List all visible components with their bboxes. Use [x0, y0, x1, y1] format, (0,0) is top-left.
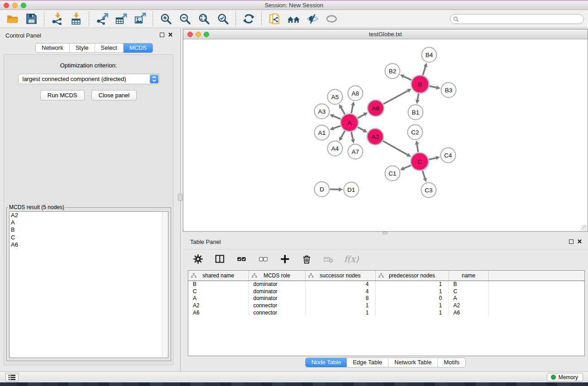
cell-predecessor-nodes[interactable]: 1 — [375, 302, 449, 309]
column-header-shared-name[interactable]: shared name — [188, 271, 249, 281]
select-all-button[interactable] — [235, 253, 247, 265]
cell-name[interactable]: A — [449, 295, 488, 302]
graph-node-C4[interactable]: C4 — [441, 148, 456, 163]
cell-shared-name[interactable]: A6 — [188, 309, 249, 316]
resize-grip-icon[interactable] — [581, 225, 587, 231]
graph-edge-A-A4[interactable] — [339, 131, 345, 141]
result-item[interactable]: A2 — [10, 212, 168, 219]
graph-edge-A-A3[interactable] — [330, 114, 340, 119]
cell-mcds-role[interactable]: connector — [249, 302, 305, 309]
graph-node-D1[interactable]: D1 — [344, 182, 359, 197]
graph-edge-C-C4[interactable] — [429, 156, 440, 160]
graph-edge-C-C3[interactable] — [422, 171, 427, 182]
column-header-successor-nodes[interactable]: successor nodes — [305, 271, 375, 281]
graph-node-D[interactable]: D — [315, 182, 330, 197]
graph-node-A4[interactable]: A4 — [328, 141, 343, 156]
graph-edge-A-A1[interactable] — [330, 126, 340, 130]
graph-edge-B-B4[interactable] — [423, 63, 427, 75]
graph-edge-A-A8[interactable] — [351, 101, 355, 113]
graph-node-C3[interactable]: C3 — [421, 183, 436, 198]
birdseye-view-button[interactable] — [323, 11, 339, 27]
cell-mcds-role[interactable]: dominator — [249, 295, 305, 302]
graph-node-C2[interactable]: C2 — [408, 125, 423, 140]
cell-shared-name[interactable]: A — [188, 295, 249, 302]
graph-edge-C-C2[interactable] — [415, 140, 419, 152]
graph-edge-D-D1[interactable] — [330, 187, 343, 191]
close-panel-icon[interactable] — [168, 32, 173, 37]
cell-mcds-role[interactable]: dominator — [249, 281, 305, 288]
zoom-selected-button[interactable] — [215, 11, 231, 27]
graph-edge-B-B1[interactable] — [416, 94, 420, 104]
graph-edge-A6-B[interactable] — [383, 89, 411, 104]
graph-node-C1[interactable]: C1 — [385, 166, 400, 181]
tab-network-table[interactable]: Network Table — [388, 358, 438, 367]
table-row[interactable]: Cdominator41C — [188, 288, 584, 295]
table-row[interactable]: A2connector11A2 — [188, 302, 584, 309]
home-layout-button[interactable] — [285, 11, 301, 27]
table-row[interactable]: A6connector11A6 — [188, 309, 584, 316]
add-column-button[interactable] — [279, 253, 291, 265]
cell-successor-nodes[interactable]: 4 — [305, 281, 375, 288]
graph-node-B[interactable]: B — [411, 76, 429, 93]
graph-edge-C-C1[interactable] — [400, 165, 411, 170]
table-settings-button[interactable] — [192, 253, 204, 265]
graph-node-B2[interactable]: B2 — [385, 64, 400, 79]
cell-mcds-role[interactable]: connector — [249, 309, 305, 316]
hide-graphics-button[interactable] — [304, 11, 320, 27]
zoom-fit-button[interactable] — [196, 11, 212, 27]
cell-predecessor-nodes[interactable]: 0 — [375, 295, 449, 302]
graph-edge-A-A5[interactable] — [339, 104, 345, 114]
cell-predecessor-nodes[interactable]: 1 — [375, 309, 449, 316]
close-table-panel-icon[interactable] — [577, 239, 582, 244]
cell-shared-name[interactable]: A2 — [188, 302, 249, 309]
cell-shared-name[interactable]: C — [188, 288, 249, 295]
open-session-button[interactable] — [4, 11, 20, 27]
column-header-predecessor-nodes[interactable]: predecessor nodes — [375, 271, 449, 281]
run-mcds-button[interactable]: Run MCDS — [40, 90, 85, 100]
graph-node-A7[interactable]: A7 — [348, 144, 363, 159]
result-scrollbar[interactable] — [162, 212, 167, 357]
zoom-in-button[interactable] — [158, 11, 174, 27]
criterion-dropdown[interactable]: largest connected component (directed) — [18, 74, 159, 84]
table-row[interactable]: Bdominator41B — [188, 281, 584, 288]
cell-predecessor-nodes[interactable]: 1 — [375, 288, 449, 295]
graph-node-B1[interactable]: B1 — [408, 105, 423, 120]
cell-successor-nodes[interactable]: 4 — [305, 288, 375, 295]
split-view-button[interactable] — [214, 253, 225, 265]
export-table-button[interactable] — [113, 11, 129, 27]
graph-node-A1[interactable]: A1 — [315, 125, 330, 140]
cell-predecessor-nodes[interactable]: 1 — [375, 281, 449, 288]
tab-network[interactable]: Network — [36, 43, 70, 52]
refresh-layout-button[interactable] — [240, 11, 257, 27]
tab-select[interactable]: Select — [95, 43, 124, 52]
column-header-name[interactable]: name — [449, 271, 488, 281]
result-item[interactable]: C — [10, 234, 168, 241]
table-row[interactable]: Adominator80A — [188, 295, 584, 302]
result-item[interactable]: B — [10, 226, 168, 234]
graph-edge-B-B2[interactable] — [400, 75, 411, 80]
cell-successor-nodes[interactable]: 8 — [305, 295, 375, 302]
cell-successor-nodes[interactable]: 1 — [305, 309, 375, 316]
graph-node-A5[interactable]: A5 — [328, 90, 343, 105]
cell-name[interactable]: A6 — [449, 309, 488, 316]
tab-style[interactable]: Style — [70, 43, 95, 52]
graph-node-A2[interactable]: A2 — [367, 129, 383, 145]
tab-motifs[interactable]: Motifs — [438, 358, 465, 367]
cell-successor-nodes[interactable]: 1 — [305, 302, 375, 309]
graph-node-A[interactable]: A — [341, 114, 359, 132]
cell-mcds-role[interactable]: dominator — [249, 288, 305, 295]
cell-name[interactable]: A2 — [449, 302, 488, 309]
tab-mcds[interactable]: MCDS — [124, 43, 153, 52]
graph-node-A6[interactable]: A6 — [368, 100, 384, 116]
graph-node-B4[interactable]: B4 — [422, 48, 437, 62]
result-item[interactable]: A — [10, 219, 168, 226]
graph-edge-A-A7[interactable] — [351, 132, 355, 143]
tab-edge-table[interactable]: Edge Table — [347, 358, 388, 367]
cell-shared-name[interactable]: B — [188, 281, 249, 288]
task-history-button[interactable] — [5, 373, 19, 381]
tab-node-table[interactable]: Node Table — [306, 358, 347, 367]
float-table-panel-icon[interactable] — [569, 239, 574, 244]
clone-network-button[interactable] — [266, 11, 282, 27]
function-builder-button[interactable]: f(x) — [344, 254, 359, 264]
network-canvas[interactable]: AA6A2BCA5A8A3A1A4A7B2B4B3B1C2C1C4C3DD1 — [183, 40, 588, 231]
